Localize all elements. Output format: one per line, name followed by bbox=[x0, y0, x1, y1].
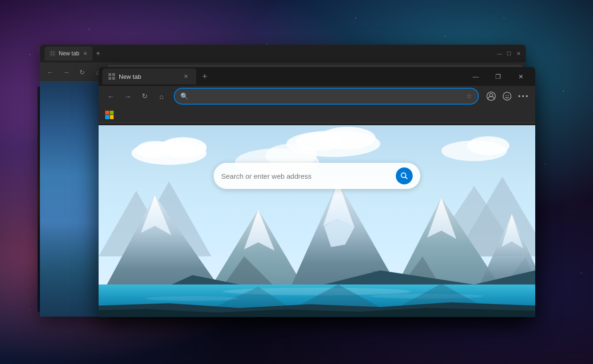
front-address-bar[interactable]: 🔍 ☆ bbox=[174, 88, 479, 105]
back-nav-refresh-btn[interactable]: ↻ bbox=[76, 66, 89, 79]
front-window-controls: — ❐ ✕ bbox=[465, 69, 531, 84]
ms-logo-yellow bbox=[110, 115, 114, 119]
svg-point-11 bbox=[506, 95, 507, 96]
address-favorites-icon[interactable]: ☆ bbox=[466, 92, 472, 100]
svg-point-47 bbox=[146, 296, 239, 301]
front-minimize-btn[interactable]: — bbox=[465, 69, 486, 84]
back-window-controls: — ☐ ✕ bbox=[497, 51, 521, 56]
back-minimize-btn[interactable]: — bbox=[497, 51, 502, 56]
search-submit-btn[interactable] bbox=[396, 167, 413, 184]
front-maximize-btn[interactable]: ❐ bbox=[487, 69, 509, 84]
svg-rect-6 bbox=[108, 77, 111, 80]
svg-rect-5 bbox=[112, 73, 115, 76]
front-more-btn[interactable] bbox=[516, 89, 531, 104]
back-tab-label: New tab bbox=[59, 50, 79, 57]
back-add-tab-btn[interactable]: + bbox=[92, 48, 104, 59]
front-home-btn[interactable]: ⌂ bbox=[154, 89, 169, 104]
ms-logo-red bbox=[105, 111, 109, 115]
back-titlebar: New tab ✕ + — ☐ ✕ bbox=[40, 45, 526, 62]
front-favbar bbox=[99, 106, 535, 123]
landscape-svg bbox=[99, 125, 535, 317]
front-titlebar: New tab ✕ + — ❐ ✕ bbox=[99, 67, 535, 86]
svg-rect-2 bbox=[51, 54, 52, 55]
ms-logo-blue bbox=[105, 115, 109, 119]
svg-point-14 bbox=[522, 95, 524, 97]
front-back-btn[interactable]: ← bbox=[103, 89, 118, 104]
svg-rect-3 bbox=[53, 54, 54, 55]
svg-point-19 bbox=[136, 141, 174, 158]
svg-rect-7 bbox=[112, 77, 115, 80]
front-address-input[interactable] bbox=[192, 92, 462, 100]
front-tab-icon bbox=[108, 73, 116, 80]
back-tab-icon bbox=[49, 50, 56, 57]
back-maximize-btn[interactable]: ☐ bbox=[506, 51, 512, 56]
svg-point-10 bbox=[503, 92, 511, 100]
microsoft-logo[interactable] bbox=[105, 111, 114, 119]
back-nav-back-btn[interactable]: ← bbox=[44, 66, 57, 79]
svg-rect-1 bbox=[53, 52, 54, 53]
search-overlay bbox=[214, 163, 420, 189]
svg-line-55 bbox=[406, 177, 408, 179]
svg-point-13 bbox=[518, 95, 520, 97]
svg-rect-4 bbox=[108, 73, 111, 76]
front-tab[interactable]: New tab ✕ bbox=[102, 68, 196, 84]
front-add-tab-btn[interactable]: + bbox=[198, 70, 211, 83]
svg-point-15 bbox=[526, 95, 528, 97]
svg-rect-0 bbox=[51, 52, 52, 53]
address-search-icon: 🔍 bbox=[180, 92, 188, 100]
search-input[interactable] bbox=[221, 172, 391, 180]
ms-logo-green bbox=[110, 111, 114, 115]
front-profile-icon[interactable] bbox=[484, 89, 499, 104]
search-submit-icon bbox=[400, 172, 408, 180]
back-close-btn[interactable]: ✕ bbox=[516, 51, 521, 56]
back-nav-forward-btn[interactable]: → bbox=[60, 66, 73, 79]
front-toolbar-right bbox=[484, 89, 531, 104]
svg-point-12 bbox=[508, 95, 509, 96]
back-tab-close[interactable]: ✕ bbox=[82, 51, 88, 56]
front-close-btn[interactable]: ✕ bbox=[510, 69, 531, 84]
front-tab-close-btn[interactable]: ✕ bbox=[181, 72, 191, 81]
front-tab-label: New tab bbox=[119, 73, 141, 80]
front-content bbox=[99, 125, 535, 317]
front-refresh-btn[interactable]: ↻ bbox=[137, 89, 152, 104]
browser-window-front: New tab ✕ + — ❐ ✕ ← → ↻ ⌂ 🔍 ☆ bbox=[99, 67, 535, 317]
back-tab[interactable]: New tab ✕ bbox=[45, 46, 92, 61]
front-forward-btn[interactable]: → bbox=[120, 89, 135, 104]
front-emoji-icon[interactable] bbox=[500, 89, 515, 104]
svg-point-24 bbox=[467, 136, 509, 155]
front-toolbar: ← → ↻ ⌂ 🔍 ☆ bbox=[99, 86, 535, 106]
